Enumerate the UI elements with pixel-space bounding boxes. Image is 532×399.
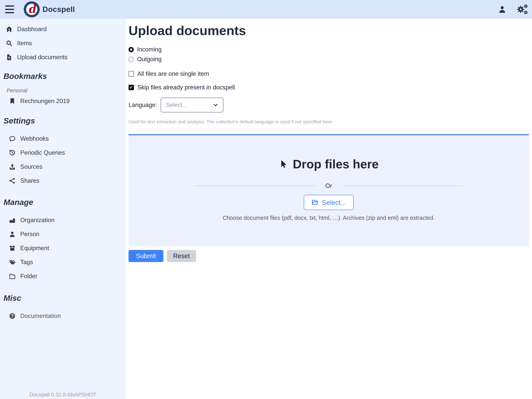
sidebar-item-label: Sources [20, 163, 43, 170]
sidebar-item-label: Equipment [20, 245, 49, 252]
submit-button[interactable]: Submit [128, 250, 163, 262]
divider-line [342, 186, 463, 186]
radio-unselected-icon[interactable] [128, 57, 134, 62]
person-icon [9, 231, 16, 238]
folder-open-icon [311, 199, 319, 206]
sidebar-item-label: Folder [20, 273, 37, 280]
sidebar-item-documentation[interactable]: ? Documentation [0, 309, 126, 323]
section-title-settings: Settings [0, 116, 126, 126]
sidebar-item-shares[interactable]: Shares [0, 174, 126, 188]
form-actions: Submit Reset [128, 250, 529, 262]
language-select-value: Select... [166, 102, 188, 109]
radio-label: Outgoing [137, 56, 162, 63]
settings-nav: Webhooks Periodic Queries Sources [0, 132, 126, 188]
user-icon [498, 5, 506, 13]
language-row: Language: Select... [128, 98, 529, 112]
sidebar-item-periodic-queries[interactable]: Periodic Queries [0, 146, 126, 160]
sidebar-item-bookmark[interactable]: Rechnungen 2019 [0, 94, 126, 108]
sidebar-item-label: Upload documents [17, 54, 68, 61]
svg-text:?: ? [11, 314, 13, 318]
section-title-manage: Manage [0, 197, 126, 207]
sidebar-item-label: Tags [20, 259, 33, 266]
topbar: d Docspell [0, 0, 532, 19]
menu-icon [5, 6, 14, 7]
select-files-button[interactable]: Select... [304, 195, 354, 210]
house-user-icon [6, 26, 13, 32]
language-select[interactable]: Select... [161, 98, 223, 112]
manage-nav: Organization Person Equipment [0, 213, 126, 283]
radio-outgoing[interactable]: Outgoing [128, 54, 529, 64]
sidebar-item-label: Shares [20, 177, 39, 184]
or-divider: Or [194, 182, 463, 189]
search-icon [6, 40, 13, 46]
user-menu-button[interactable] [498, 5, 506, 13]
sidebar-item-sources[interactable]: Sources [0, 160, 126, 174]
tags-icon [9, 259, 16, 265]
sidebar-item-equipment[interactable]: Equipment [0, 241, 126, 255]
sidebar-item-label: Webhooks [20, 135, 49, 142]
upload-icon [9, 163, 16, 170]
checkbox-label: All files are one single item [137, 70, 209, 77]
main-content: Upload documents Incoming Outgoing All f… [126, 19, 532, 399]
sidebar-item-upload-documents[interactable]: Upload documents [0, 50, 126, 64]
folder-icon [9, 273, 16, 280]
sidebar-item-label: Dasbhoard [17, 26, 47, 33]
bookmark-icon [9, 98, 16, 104]
section-title-bookmarks: Bookmarks [0, 71, 126, 81]
sidebar-item-label: Documentation [20, 313, 61, 320]
brand[interactable]: d Docspell [24, 1, 75, 17]
direction-radio-group: Incoming Outgoing [128, 45, 529, 64]
docspell-app: d Docspell [0, 0, 532, 399]
sidebar-item-webhooks[interactable]: Webhooks [0, 132, 126, 146]
history-icon [9, 149, 16, 156]
topbar-actions [498, 4, 528, 15]
share-nodes-icon [9, 178, 16, 184]
box-icon [9, 245, 16, 251]
or-label: Or [325, 182, 332, 189]
bookmark-group-label: Personal [7, 88, 126, 94]
select-files-label: Select... [322, 199, 346, 206]
sidebar-item-dashboard[interactable]: Dasbhoard [0, 22, 126, 36]
sidebar-item-label: Person [20, 231, 39, 238]
divider-line [194, 186, 315, 186]
docspell-logo: d [24, 1, 40, 17]
sidebar-item-items[interactable]: Items [0, 36, 126, 50]
radio-incoming[interactable]: Incoming [128, 45, 529, 54]
upload-options: All files are one single item Skip files… [128, 69, 529, 92]
file-dropzone[interactable]: Drop files here Or Select... [128, 134, 529, 246]
app-title: Docspell [43, 5, 75, 14]
menu-icon [5, 12, 14, 13]
checkbox-single-item[interactable]: All files are one single item [128, 69, 529, 78]
sidebar-item-label: Items [17, 40, 32, 47]
settings-menu-button[interactable] [516, 4, 528, 15]
docspell-logo-letter: d [28, 3, 36, 15]
radio-selected-icon[interactable] [128, 47, 134, 52]
sidebar-main-nav: Dasbhoard Items Upload documents [0, 22, 126, 64]
version-label: Docspell 0.32.0-SNAPSHOT [0, 392, 126, 398]
checkbox-checked-icon[interactable] [128, 85, 134, 90]
reset-button[interactable]: Reset [167, 250, 196, 262]
sidebar-item-folder[interactable]: Folder [0, 269, 126, 283]
language-help-text: Used for text extraction and analysis. T… [128, 119, 529, 124]
sidebar-item-tags[interactable]: Tags [0, 255, 126, 269]
mouse-pointer-icon [279, 160, 288, 168]
file-arrow-up-icon [6, 54, 13, 61]
dropzone-hint: Choose document files (pdf, docx, txt, h… [128, 215, 529, 221]
chevron-down-icon [213, 102, 218, 108]
sidebar-item-label: Organization [20, 217, 55, 224]
sidebar-item-organization[interactable]: Organization [0, 213, 126, 227]
menu-button[interactable] [5, 6, 14, 13]
checkbox-skip-duplicates[interactable]: Skip files already present in docspell [128, 83, 529, 92]
docspell-logo-inner: d [26, 4, 37, 15]
checkbox-label: Skip files already present in docspell [137, 84, 235, 91]
sidebar-item-person[interactable]: Person [0, 227, 126, 241]
page-title: Upload documents [128, 23, 529, 38]
misc-nav: ? Documentation [0, 309, 126, 323]
language-label: Language: [128, 102, 157, 109]
industry-icon [9, 217, 16, 224]
checkbox-unchecked-icon[interactable] [128, 71, 134, 77]
sidebar-item-label: Rechnungen 2019 [20, 98, 70, 105]
sidebar-item-label: Periodic Queries [20, 149, 65, 156]
dropzone-title-row: Drop files here [128, 135, 529, 171]
gear-small-icon [523, 10, 528, 15]
